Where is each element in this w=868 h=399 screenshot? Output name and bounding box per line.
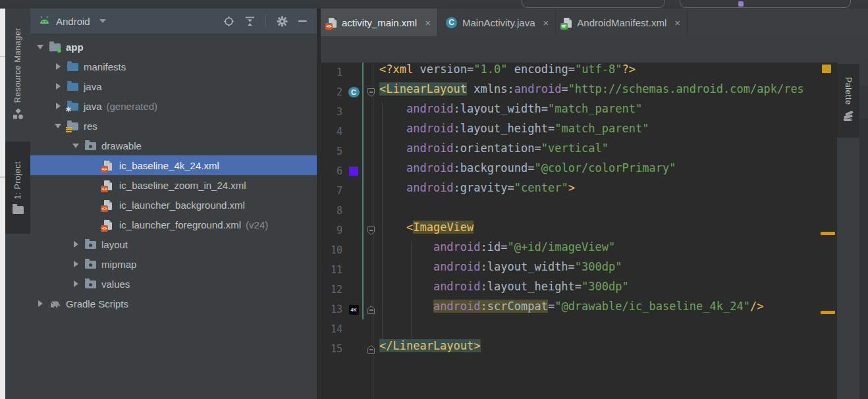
- tree-item[interactable]: values: [30, 274, 355, 294]
- tree-item[interactable]: mipmap: [30, 254, 355, 274]
- code-line: 134K android:scrCompat="@drawable/ic_bas…: [321, 300, 836, 319]
- chevron-right-icon[interactable]: [51, 83, 65, 90]
- tree-item[interactable]: drawable: [30, 136, 355, 155]
- palette-label: Palette: [844, 77, 853, 105]
- code-line: 12 android:layout_height="300dp": [321, 280, 836, 300]
- tree-item[interactable]: layout: [30, 234, 355, 254]
- fold-marker[interactable]: [364, 221, 378, 240]
- settings-gear-icon[interactable]: [277, 16, 288, 27]
- folder-resdir-icon: [85, 279, 96, 288]
- chevron-down-icon[interactable]: [68, 144, 83, 148]
- file-xml-icon: <>: [329, 18, 337, 28]
- palette-icon: [843, 111, 854, 124]
- tree-item-label: res: [84, 120, 97, 132]
- code-text: <?xml version="1.0" encoding="utf-8"?>: [379, 63, 636, 82]
- editor-tab-AndroidManifest.xml[interactable]: MFAndroidManifest.xml×: [556, 9, 688, 36]
- chevron-down-icon: [99, 19, 106, 23]
- chevron-right-icon[interactable]: [51, 103, 65, 109]
- error-stripe-dash-marker[interactable]: [821, 232, 835, 235]
- chevron-right-icon[interactable]: [51, 63, 65, 70]
- tree-item[interactable]: manifests: [30, 57, 337, 76]
- close-tab-icon[interactable]: ×: [543, 18, 549, 28]
- line-number: 7: [321, 181, 342, 201]
- tab-label: AndroidManifest.xml: [577, 17, 666, 28]
- tree-item[interactable]: java: [30, 76, 337, 96]
- design-surface-edge: [859, 63, 868, 399]
- tree-item-label: mipmap: [101, 259, 136, 270]
- resource-manager-label: Resource Manager: [13, 28, 22, 103]
- gradle-elephant-icon: [49, 299, 61, 308]
- toolbar-separator: [265, 14, 266, 28]
- code-text: android:layout_width="300dp": [379, 260, 622, 280]
- chevron-right-icon[interactable]: [33, 300, 47, 307]
- folder-resdir-icon: [85, 240, 96, 249]
- error-stripe-square-marker[interactable]: [822, 65, 831, 73]
- line-number: 4: [321, 122, 342, 142]
- tool-button-project[interactable]: 1: Project: [5, 142, 30, 234]
- code-text: android:background="@color/colorPrimary": [379, 161, 676, 181]
- collapse-all-icon[interactable]: [245, 16, 255, 26]
- folder-resdir-icon: [85, 259, 96, 269]
- tree-item-suffix: (v24): [246, 219, 268, 230]
- code-text: <ImageView: [379, 221, 474, 240]
- code-text: </LinearLayout>: [379, 339, 481, 359]
- line-number: 3: [321, 102, 342, 122]
- tree-item[interactable]: res: [30, 116, 337, 136]
- tree-item[interactable]: Gradle Scripts: [30, 294, 319, 313]
- chevron-down-icon[interactable]: [33, 45, 47, 49]
- tree-item[interactable]: java(generated): [30, 96, 337, 116]
- code-text: android:scrCompat="@drawable/ic_baseline…: [379, 300, 763, 319]
- android-studio-window: Resource Manager 1: Project Android: [0, 0, 868, 399]
- code-line: 3 android:layout_width="match_parent": [321, 102, 836, 122]
- class-gutter-icon: C: [348, 87, 360, 97]
- device-selector-partial[interactable]: [680, 0, 851, 8]
- project-view-selector[interactable]: Android: [38, 15, 106, 27]
- right-tool-window-bar: Palette: [836, 63, 859, 399]
- code-line: 15</LinearLayout>: [321, 339, 836, 359]
- file-xml-icon: <>: [104, 220, 112, 230]
- tree-item-suffix: (generated): [107, 101, 158, 112]
- fold-marker[interactable]: [364, 300, 378, 319]
- fold-marker[interactable]: [364, 339, 378, 359]
- tree-item[interactable]: app: [30, 37, 319, 57]
- tool-button-resource-manager[interactable]: Resource Manager: [5, 14, 30, 136]
- line-number: 12: [321, 280, 342, 300]
- folder-module-icon: [49, 42, 61, 51]
- chevron-down-icon[interactable]: [51, 124, 65, 128]
- color-preview-swatch: [349, 167, 358, 176]
- tree-item-label: java: [84, 81, 102, 92]
- project-tree: appmanifestsjavajava(generated)resdrawab…: [30, 34, 317, 399]
- tree-item-label: app: [66, 41, 84, 53]
- editor-tab-activity_main.xml[interactable]: <>activity_main.xml×: [321, 9, 438, 36]
- locate-file-icon[interactable]: [223, 16, 234, 27]
- left-tool-window-bar: Resource Manager 1: Project: [5, 9, 30, 399]
- fold-marker[interactable]: [364, 82, 378, 102]
- hide-panel-icon[interactable]: [298, 20, 307, 22]
- chevron-right-icon[interactable]: [68, 241, 83, 248]
- editor-breadcrumb-strip: [321, 36, 868, 63]
- tab-label: MainActivity.java: [462, 17, 535, 28]
- chevron-right-icon[interactable]: [68, 280, 83, 287]
- tree-item-label: drawable: [101, 140, 142, 151]
- close-tab-icon[interactable]: ×: [674, 18, 680, 28]
- run-config-selector-partial[interactable]: [522, 0, 665, 8]
- code-line: 2C<LinearLayout xmlns:android="http://sc…: [321, 82, 836, 102]
- code-line: 7 android:gravity="center">: [321, 181, 836, 201]
- chevron-right-icon[interactable]: [68, 261, 83, 267]
- folder-generated-icon: [67, 101, 78, 111]
- code-editor[interactable]: 1<?xml version="1.0" encoding="utf-8"?>2…: [321, 63, 836, 399]
- tool-button-palette[interactable]: Palette: [837, 64, 859, 138]
- close-tab-icon[interactable]: ×: [425, 18, 431, 28]
- drawable-preview-icon: 4K: [349, 305, 359, 315]
- tab-label: activity_main.xml: [342, 17, 417, 28]
- java-class-icon: C: [446, 17, 457, 28]
- resource-manager-icon: [13, 109, 24, 122]
- code-text: android:gravity="center">: [379, 181, 575, 201]
- tree-item-label: ic_baseline_4k_24.xml: [119, 160, 219, 171]
- code-text: android:layout_width="match_parent": [379, 102, 642, 122]
- error-stripe-dash-marker[interactable]: [821, 311, 835, 314]
- code-text: android:layout_height="300dp": [379, 280, 629, 300]
- editor-tab-MainActivity.java[interactable]: CMainActivity.java×: [438, 9, 556, 36]
- line-number: 6: [321, 161, 342, 181]
- line-number: 10: [321, 240, 342, 260]
